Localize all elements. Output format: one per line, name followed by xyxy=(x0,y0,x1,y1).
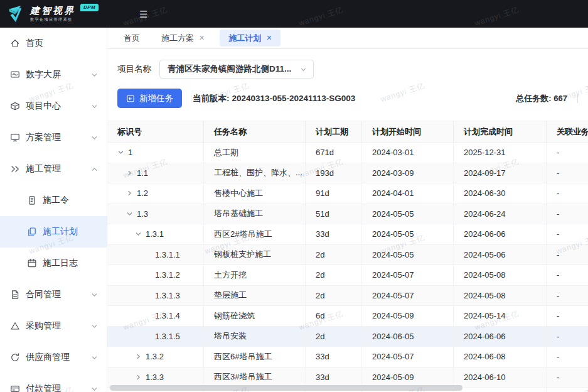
sidebar-item-0[interactable]: 首页 xyxy=(0,28,107,59)
task-id-cell: 1.3.1 xyxy=(107,224,204,244)
close-tab-icon[interactable]: ✕ xyxy=(199,35,205,41)
menu-toggle-icon[interactable]: ☰ xyxy=(139,9,147,19)
table-row-1.3.1.4[interactable]: 1.3.1.4钢筋砼浇筑6d2024-05-092024-05-14- xyxy=(107,306,588,327)
table-row-1.3.1[interactable]: 1.3.1西区2#塔吊施工33d2024-05-052024-06-06- xyxy=(107,224,588,245)
construction-log-icon xyxy=(27,258,37,268)
task-biz-cell: - xyxy=(547,286,588,306)
table-row-1.1[interactable]: 1.1工程桩、围护、降水、...193d2024-03-092024-09-17… xyxy=(107,163,588,184)
tab-1[interactable]: 施工方案✕ xyxy=(155,30,211,46)
main-panel: 首页施工方案✕施工计划✕ 项目名称 青浦区朱家角镇阁游路北侧D11... 新增任… xyxy=(107,28,588,392)
task-name-cell: 总工期 xyxy=(204,143,306,163)
table-row-1[interactable]: 1总工期671d2024-03-012025-12-31- xyxy=(107,143,588,163)
task-name-cell: 西区2#塔吊施工 xyxy=(204,224,306,244)
task-finish-cell: 2024-05-06 xyxy=(454,245,547,265)
sidebar-item-2[interactable]: 项目中心 xyxy=(0,90,107,122)
tab-0[interactable]: 首页 xyxy=(117,30,146,46)
sidebar-item-11[interactable]: 付款管理 xyxy=(0,373,107,392)
brand-subtitle: 数字化项目管理系统 xyxy=(30,17,75,23)
task-id-cell: 1.3.3 xyxy=(107,368,204,388)
task-id-cell: 1.3.1.4 xyxy=(107,306,204,326)
project-select[interactable]: 青浦区朱家角镇阁游路北侧D11... xyxy=(159,60,314,79)
task-duration-cell: 33d xyxy=(306,224,362,244)
task-name-cell: 售楼中心施工 xyxy=(204,183,306,204)
table-row-1.3.1.1[interactable]: 1.3.1.1钢板桩支护施工2d2024-05-052024-05-06- xyxy=(107,245,588,266)
task-finish-cell: 2025-12-31 xyxy=(454,143,547,163)
payment-icon xyxy=(10,384,20,392)
table-row-1.3.1.5[interactable]: 1.3.1.5塔吊安装2d2024-06-052024-06-06- xyxy=(107,327,588,347)
chevron-down-icon xyxy=(91,134,98,141)
column-header-2: 计划工期 xyxy=(306,121,362,142)
task-duration-cell: 2d xyxy=(306,286,362,306)
sidebar-item-4[interactable]: 施工管理 xyxy=(0,153,107,185)
close-tab-icon[interactable]: ✕ xyxy=(266,35,272,41)
sidebar-item-6[interactable]: 施工计划 xyxy=(0,216,107,248)
dpm-badge: DPM xyxy=(80,4,99,11)
expand-row-icon[interactable] xyxy=(126,190,137,197)
task-id-cell: 1.1 xyxy=(107,163,204,183)
toolbar-divider xyxy=(577,94,578,103)
task-finish-cell: 2024-06-06 xyxy=(454,224,547,244)
table-row-1.3[interactable]: 1.3塔吊基础施工51d2024-05-052024-06-24- xyxy=(107,204,588,225)
task-duration-cell: 33d xyxy=(306,368,362,388)
task-table: 标识号任务名称计划工期计划开始时间计划完成时间关联业务计划 1总工期671d20… xyxy=(107,121,588,392)
task-id-cell: 1 xyxy=(107,143,204,163)
chevron-down-icon xyxy=(91,354,98,361)
sidebar-item-7[interactable]: 施工日志 xyxy=(0,248,107,279)
sidebar-item-9[interactable]: 采购管理 xyxy=(0,310,107,342)
sidebar: 首页数字大屏项目中心方案管理施工管理施工令施工计划施工日志合同管理采购管理供应商… xyxy=(0,28,107,392)
add-task-label: 新增任务 xyxy=(139,93,173,104)
sidebar-item-8[interactable]: 合同管理 xyxy=(0,279,107,310)
sidebar-item-label: 合同管理 xyxy=(26,289,61,300)
table-row-1.2[interactable]: 1.2售楼中心施工91d2024-04-012024-06-30- xyxy=(107,183,588,204)
sidebar-item-3[interactable]: 方案管理 xyxy=(0,122,107,153)
collapse-row-icon[interactable] xyxy=(117,149,128,156)
expand-row-icon[interactable] xyxy=(135,353,146,360)
task-total-label: 总任务数: 667 xyxy=(516,93,567,104)
collapse-row-icon[interactable] xyxy=(135,231,146,237)
task-id-cell: 1.3.1.1 xyxy=(107,245,204,265)
task-duration-cell: 2d xyxy=(306,245,362,265)
sidebar-item-10[interactable]: 供应商管理 xyxy=(0,342,107,373)
table-row-1.3.2[interactable]: 1.3.2西区6#塔吊施工33d2024-05-072024-06-08- xyxy=(107,347,588,368)
task-name-cell: 塔吊安装 xyxy=(204,327,306,347)
sidebar-item-label: 供应商管理 xyxy=(26,352,70,363)
table-body: 1总工期671d2024-03-012025-12-31-1.1工程桩、围护、降… xyxy=(107,143,588,392)
task-finish-cell: 2024-05-08 xyxy=(454,286,547,306)
task-start-cell: 2024-05-07 xyxy=(362,347,454,367)
purchase-icon xyxy=(10,321,20,331)
table-row-1.3.1.3[interactable]: 1.3.1.3垫层施工2d2024-05-072024-05-08- xyxy=(107,286,588,307)
sidebar-nav: 首页数字大屏项目中心方案管理施工管理施工令施工计划施工日志合同管理采购管理供应商… xyxy=(0,28,107,392)
column-header-0: 标识号 xyxy=(107,121,204,142)
tab-2[interactable]: 施工计划✕ xyxy=(220,30,281,46)
task-start-cell: 2024-05-09 xyxy=(362,368,454,388)
task-finish-cell: 2024-05-14 xyxy=(454,306,547,326)
add-task-button[interactable]: 新增任务 xyxy=(117,89,182,108)
sidebar-item-label: 施工令 xyxy=(43,195,69,206)
sidebar-item-5[interactable]: 施工令 xyxy=(0,185,107,216)
sidebar-item-label: 施工日志 xyxy=(43,258,78,269)
construction-order-icon xyxy=(27,195,37,205)
task-duration-cell: 51d xyxy=(306,204,362,224)
bigscreen-icon xyxy=(10,70,20,80)
task-name-cell: 工程桩、围护、降水、... xyxy=(204,163,306,183)
top-header: 建智视界 数字化项目管理系统 DPM ☰ xyxy=(0,0,588,28)
task-start-cell: 2024-05-05 xyxy=(362,245,454,265)
sidebar-item-label: 采购管理 xyxy=(26,320,61,332)
task-id-cell: 1.3.1.3 xyxy=(107,286,204,306)
horizontal-scrollbar[interactable] xyxy=(110,385,462,391)
column-header-3: 计划开始时间 xyxy=(362,121,454,142)
table-header-row: 标识号任务名称计划工期计划开始时间计划完成时间关联业务计划 xyxy=(107,121,588,143)
tab-label: 首页 xyxy=(124,33,140,44)
expand-row-icon[interactable] xyxy=(135,374,146,381)
task-duration-cell: 6d xyxy=(306,306,362,326)
chevron-down-icon xyxy=(300,66,307,73)
sidebar-item-1[interactable]: 数字大屏 xyxy=(0,59,107,90)
column-header-5: 关联业务计划 xyxy=(547,121,588,142)
task-biz-cell: - xyxy=(547,347,588,367)
collapse-row-icon[interactable] xyxy=(126,210,137,217)
expand-row-icon[interactable] xyxy=(126,170,137,177)
task-biz-cell: - xyxy=(547,265,588,285)
sidebar-item-label: 方案管理 xyxy=(26,132,61,143)
task-total: 总任务数: 667 xyxy=(516,93,578,104)
table-row-1.3.1.2[interactable]: 1.3.1.2土方开挖2d2024-05-072024-05-08- xyxy=(107,265,588,286)
